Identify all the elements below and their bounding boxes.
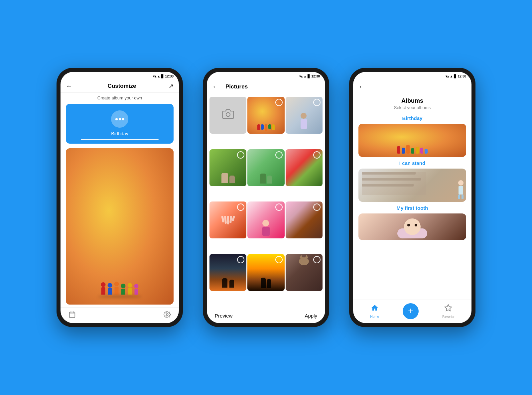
battery-icon-3: ▊ [454, 74, 457, 78]
toy-scene [66, 148, 174, 305]
preview-button[interactable]: Preview [215, 313, 232, 319]
back-button-2[interactable]: ← [212, 83, 221, 90]
phone-1: ▾▴ ▲ ▊ 12:30 ← Customize ↗ Create album … [57, 68, 183, 327]
album-title-birthday[interactable]: Birthday [358, 114, 466, 122]
status-icons-1: ▾▴ ▲ ▊ 12:30 [153, 74, 174, 78]
main-photo [66, 148, 174, 305]
time-display-3: 12:30 [458, 74, 466, 78]
star-icon [444, 304, 452, 314]
signal-icon-3: ▾▴ [446, 74, 449, 78]
battery-icon-2: ▊ [308, 74, 310, 78]
status-bar-2: ▾▴ ▲ ▊ 12:30 [207, 72, 325, 79]
phone-2: ▾▴ ▲ ▊ 12:30 ← Pictures [203, 68, 329, 327]
camera-placeholder-icon [222, 108, 234, 122]
select-circle-5[interactable] [275, 151, 283, 159]
phone1-footer [61, 307, 179, 323]
pictures-grid [207, 94, 325, 308]
svg-point-5 [226, 113, 230, 117]
album-thumb-birthday[interactable] [358, 124, 466, 157]
grid-cell-6[interactable] [286, 149, 323, 186]
dot-1 [115, 118, 118, 120]
dots-icon [115, 118, 124, 120]
grid-cell-5[interactable] [247, 149, 284, 186]
album-card-name: Birthday [111, 131, 128, 136]
share-button[interactable]: ↗ [169, 82, 174, 90]
dot-3 [122, 118, 124, 120]
album-title-icanstand[interactable]: I can stand [358, 159, 466, 167]
settings-icon-1[interactable] [164, 311, 171, 320]
select-circle-12[interactable] [313, 256, 321, 263]
album-card[interactable]: Birthday [66, 104, 174, 144]
grid-cell-10[interactable] [209, 254, 246, 291]
apply-button[interactable]: Apply [305, 313, 317, 319]
select-circle-4[interactable] [237, 151, 244, 159]
grid-cell-11[interactable] [247, 254, 284, 291]
time-display-2: 12:30 [311, 74, 320, 78]
grid-cell-9[interactable] [286, 201, 323, 238]
nav-add-button[interactable]: + [403, 303, 419, 319]
dot-2 [119, 118, 121, 120]
nav-home[interactable]: Home [370, 304, 379, 319]
customize-title: Customize [108, 83, 136, 89]
nav-favorite[interactable]: Favorite [442, 304, 454, 319]
status-icons-3: ▾▴ ▲ ▊ 12:30 [446, 74, 466, 78]
phone1-header: ← Customize ↗ [61, 79, 179, 93]
grid-cell-1[interactable] [209, 97, 246, 134]
calendar-icon[interactable] [68, 311, 76, 320]
phone3-bottom-nav: Home + Favorite [353, 300, 471, 323]
status-bar-1: ▾▴ ▲ ▊ 12:30 [61, 72, 179, 79]
album-thumb-icanstand[interactable] [358, 169, 466, 202]
album-list: Birthday I can stand [353, 111, 471, 300]
select-circle-8[interactable] [275, 203, 283, 211]
phone2-header: ← Pictures [207, 79, 325, 94]
wifi-icon-3: ▲ [450, 74, 453, 78]
album-icon-circle [111, 110, 128, 128]
select-circle-10[interactable] [237, 256, 244, 263]
svg-rect-0 [69, 312, 75, 318]
album-title-firsttooth[interactable]: My first tooth [358, 204, 466, 211]
phone-3: ▾▴ ▲ ▊ 12:30 ← Albums Select your albums… [349, 68, 475, 327]
select-circle-3[interactable] [313, 99, 321, 106]
svg-point-4 [166, 314, 168, 316]
grid-cell-12[interactable] [286, 254, 323, 291]
customize-subtitle: Create album your own [61, 93, 179, 102]
grid-cell-8[interactable] [247, 201, 284, 238]
phone3-header: ← [353, 79, 471, 94]
back-button-3[interactable]: ← [358, 83, 368, 90]
status-bar-3: ▾▴ ▲ ▊ 12:30 [353, 72, 471, 79]
phone2-footer: Preview Apply [207, 308, 325, 323]
albums-subtitle: Select your albums [358, 105, 466, 110]
time-display-1: 12:30 [165, 74, 174, 78]
select-circle-9[interactable] [313, 203, 321, 211]
signal-icon-2: ▾▴ [299, 74, 303, 78]
grid-cell-7[interactable] [209, 201, 246, 238]
back-button-1[interactable]: ← [66, 82, 75, 90]
grid-cell-4[interactable] [209, 149, 246, 186]
add-icon: + [408, 306, 413, 316]
nav-favorite-label: Favorite [442, 315, 454, 319]
svg-marker-6 [445, 305, 452, 311]
battery-icon: ▊ [161, 74, 164, 78]
wifi-icon-2: ▲ [304, 74, 307, 78]
signal-icon: ▾▴ [153, 74, 156, 78]
grid-cell-3[interactable] [286, 97, 323, 134]
albums-title-section: Albums Select your albums [353, 94, 471, 111]
nav-home-label: Home [370, 315, 379, 319]
grid-cell-2[interactable] [247, 97, 284, 134]
album-underline [81, 139, 159, 140]
home-icon [371, 304, 379, 314]
album-thumb-firsttooth[interactable] [358, 213, 466, 240]
pictures-title: Pictures [225, 83, 248, 90]
select-circle-6[interactable] [313, 151, 321, 159]
status-icons-2: ▾▴ ▲ ▊ 12:30 [299, 74, 320, 78]
select-circle-2[interactable] [275, 99, 283, 106]
select-circle-11[interactable] [275, 256, 283, 263]
wifi-icon: ▲ [157, 74, 161, 78]
albums-main-title: Albums [358, 97, 466, 104]
